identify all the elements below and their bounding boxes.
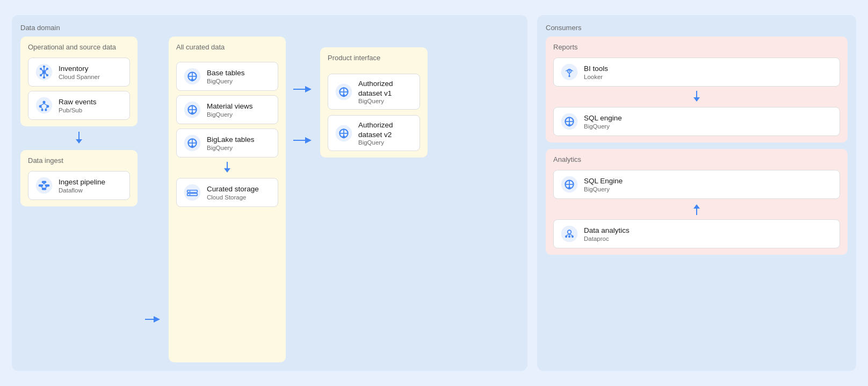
sqlengine1-title: SQL engine [584, 113, 622, 123]
basetables-card: Base tables BigQuery [176, 62, 278, 91]
svg-point-4 [42, 70, 46, 74]
curated-label: All curated data [176, 43, 278, 51]
operational-panel: Operational and source data [20, 37, 138, 126]
consumers-label: Consumers [546, 24, 581, 32]
svg-point-16 [45, 109, 47, 111]
svg-rect-24 [42, 181, 47, 183]
svg-point-5 [43, 66, 45, 68]
ingestpipeline-subtitle: Dataflow [59, 187, 105, 194]
dataanalytics-title: Data analytics [584, 226, 630, 235]
svg-point-15 [41, 109, 43, 111]
arrow-biglake-storage [176, 162, 278, 174]
operational-label: Operational and source data [28, 43, 130, 51]
svg-marker-76 [693, 97, 700, 102]
bigquery-icon-7 [560, 175, 578, 194]
inventory-subtitle: Cloud Spanner [59, 74, 100, 80]
inventory-card: Inventory Cloud Spanner [28, 58, 130, 87]
svg-marker-59 [305, 137, 312, 144]
main-wrapper: Data domain Operational and source data [0, 0, 868, 386]
authv2-title: Authorized dataset v2 [358, 120, 393, 139]
sqlengine2-title: SQL Engine [584, 176, 623, 186]
reports-label: Reports [553, 43, 840, 51]
bigquery-icon-3 [183, 134, 201, 152]
svg-point-74 [568, 75, 570, 77]
biglake-subtitle: BigQuery [207, 145, 255, 151]
authv1-subtitle: BigQuery [358, 98, 393, 104]
svg-marker-88 [693, 204, 700, 209]
svg-point-43 [191, 112, 193, 115]
biglake-card: BigLake tables BigQuery [176, 128, 278, 158]
authv1-card: Authorized dataset v1 BigQuery [328, 74, 420, 110]
materialviews-subtitle: BigQuery [207, 111, 253, 118]
authv2-card: Authorized dataset v2 BigQuery [328, 115, 420, 151]
svg-marker-22 [76, 139, 82, 144]
dataproc-icon [560, 225, 578, 243]
bigquery-icon-5 [335, 124, 353, 142]
svg-point-48 [191, 145, 193, 148]
ingestpipeline-card: Ingest pipeline Dataflow [28, 171, 130, 200]
svg-point-64 [342, 94, 345, 97]
svg-point-81 [568, 124, 570, 126]
inventory-title: Inventory [59, 64, 100, 74]
data-domain-label: Data domain [20, 24, 60, 32]
ingestpipeline-text: Ingest pipeline Dataflow [59, 177, 105, 194]
dataanalytics-card: Data analytics Dataproc [553, 219, 840, 248]
curatedstorage-card: Curated storage Cloud Storage [176, 178, 278, 207]
sqlengine2-subtitle: BigQuery [584, 186, 623, 192]
bigquery-icon-4 [335, 83, 353, 101]
svg-point-23 [36, 177, 53, 194]
analytics-panel: Analytics SQL Engine BigQuery [546, 149, 848, 255]
curated-panel: All curated data Base tables BigQuery [169, 37, 286, 362]
bigquery-icon-6 [560, 112, 578, 131]
sqlengine1-card: SQL engine BigQuery [553, 107, 840, 136]
bigquery-icon-1 [183, 67, 201, 85]
inventory-text: Inventory Cloud Spanner [59, 64, 100, 80]
authv1-title: Authorized dataset v1 [358, 79, 393, 98]
sqlengine1-subtitle: BigQuery [584, 123, 622, 130]
consumers-box: Consumers Reports [537, 15, 856, 371]
product-panel: Product interface Authorized dataset v1 … [320, 47, 428, 158]
svg-point-70 [561, 64, 578, 81]
storage-icon [183, 183, 201, 202]
svg-point-69 [342, 135, 345, 138]
svg-point-12 [42, 101, 45, 104]
data-domain-box: Data domain Operational and source data [12, 15, 527, 371]
sqlengine1-text: SQL engine BigQuery [584, 113, 622, 130]
bigquery-icon-2 [183, 101, 201, 119]
svg-point-72 [569, 70, 570, 72]
bitools-text: BI tools Looker [584, 64, 608, 80]
authv2-text: Authorized dataset v2 BigQuery [358, 120, 393, 146]
arrow-bitools-sql [553, 91, 840, 103]
bitools-card: BI tools Looker [553, 58, 840, 87]
dataanalytics-text: Data analytics Dataproc [584, 226, 630, 242]
basetables-text: Base tables BigQuery [207, 68, 245, 84]
basetables-subtitle: BigQuery [207, 78, 245, 84]
reports-panel: Reports [546, 37, 848, 142]
ingest-panel: Data ingest [20, 150, 138, 206]
materialviews-text: Material views BigQuery [207, 102, 253, 118]
looker-icon [560, 63, 578, 81]
op-column: Operational and source data [20, 37, 138, 362]
svg-marker-50 [224, 168, 230, 173]
curatedstorage-subtitle: Cloud Storage [207, 194, 259, 201]
dataflow-icon [35, 176, 53, 195]
authv1-text: Authorized dataset v1 BigQuery [358, 79, 393, 104]
arrows-curated-product [293, 58, 313, 166]
svg-point-38 [191, 78, 193, 81]
bitools-title: BI tools [584, 64, 608, 74]
curatedstorage-text: Curated storage Cloud Storage [207, 184, 259, 201]
authv2-subtitle: BigQuery [358, 139, 393, 146]
materialviews-title: Material views [207, 102, 253, 111]
pubsub-icon [35, 96, 53, 115]
product-label: Product interface [328, 54, 420, 62]
bitools-subtitle: Looker [584, 74, 608, 80]
rawevents-subtitle: Pub/Sub [59, 107, 97, 113]
rawevents-title: Raw events [59, 97, 97, 107]
arrow-op-ingest [20, 132, 138, 145]
sqlengine2-card: SQL Engine BigQuery [553, 170, 840, 199]
svg-rect-26 [39, 184, 44, 187]
materialviews-card: Material views BigQuery [176, 95, 278, 124]
arrow-dataanalytics-sql [553, 203, 840, 215]
sqlengine2-text: SQL Engine BigQuery [584, 176, 623, 192]
svg-point-7 [40, 68, 42, 70]
